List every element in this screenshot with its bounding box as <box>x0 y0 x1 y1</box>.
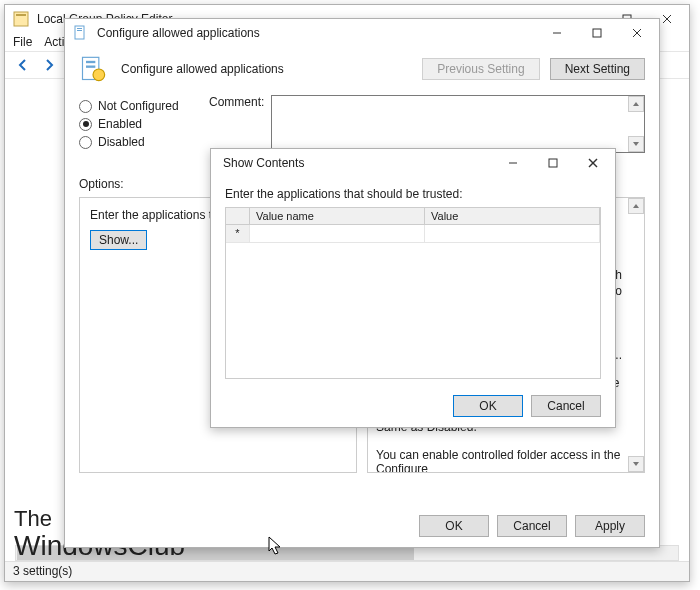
svg-rect-15 <box>86 61 95 63</box>
config-minimize-button[interactable] <box>537 19 577 47</box>
next-setting-button[interactable]: Next Setting <box>550 58 645 80</box>
config-header-row: Configure allowed applications Previous … <box>65 47 659 91</box>
help-scroll-down-icon[interactable] <box>628 456 644 472</box>
col-value: Value <box>425 208 600 225</box>
radio-not-configured[interactable]: Not Configured <box>79 99 189 113</box>
row-marker: * <box>226 225 250 243</box>
show-maximize-button[interactable] <box>533 149 573 177</box>
svg-rect-8 <box>77 28 82 29</box>
show-minimize-button[interactable] <box>493 149 533 177</box>
config-maximize-button[interactable] <box>577 19 617 47</box>
show-grid[interactable]: Value name Value * <box>225 207 601 379</box>
policy-icon <box>73 25 89 41</box>
show-cancel-button[interactable]: Cancel <box>531 395 601 417</box>
mouse-cursor-icon <box>268 536 282 556</box>
show-title: Show Contents <box>219 156 493 170</box>
show-button[interactable]: Show... <box>90 230 147 250</box>
help-enable: You can enable controlled folder access … <box>376 448 622 473</box>
config-apply-button[interactable]: Apply <box>575 515 645 537</box>
config-title: Configure allowed applications <box>93 26 537 40</box>
menu-action[interactable]: Acti <box>44 35 64 49</box>
show-buttonrow: OK Cancel <box>453 395 601 417</box>
svg-rect-1 <box>16 14 26 16</box>
config-titlebar: Configure allowed applications <box>65 19 659 47</box>
cell-value-name[interactable] <box>250 225 425 243</box>
forward-icon[interactable] <box>37 54 61 76</box>
status-text: 3 setting(s) <box>13 564 72 578</box>
svg-rect-11 <box>593 29 601 37</box>
grid-row-new[interactable]: * <box>226 225 600 243</box>
show-ok-button[interactable]: OK <box>453 395 523 417</box>
scroll-down-icon[interactable] <box>628 136 644 152</box>
show-titlebar: Show Contents <box>211 149 615 177</box>
show-prompt: Enter the applications that should be tr… <box>211 177 615 207</box>
config-heading: Configure allowed applications <box>121 62 412 76</box>
svg-rect-7 <box>75 26 84 39</box>
help-scroll-up-icon[interactable] <box>628 198 644 214</box>
policy-large-icon <box>79 55 107 83</box>
cell-value[interactable] <box>425 225 600 243</box>
show-close-button[interactable] <box>573 149 613 177</box>
col-value-name: Value name <box>250 208 425 225</box>
config-close-button[interactable] <box>617 19 657 47</box>
show-contents-dialog: Show Contents Enter the applications tha… <box>210 148 616 428</box>
svg-rect-9 <box>77 30 82 31</box>
svg-point-17 <box>93 69 105 81</box>
radio-enabled[interactable]: Enabled <box>79 117 189 131</box>
status-bar: 3 setting(s) <box>5 561 689 581</box>
config-ok-button[interactable]: OK <box>419 515 489 537</box>
grid-header-row: Value name Value <box>226 208 600 225</box>
back-icon[interactable] <box>11 54 35 76</box>
state-radiogroup: Not Configured Enabled Disabled <box>79 95 189 153</box>
svg-rect-16 <box>86 66 95 68</box>
radio-disabled[interactable]: Disabled <box>79 135 189 149</box>
config-buttonrow: OK Cancel Apply <box>419 515 645 537</box>
comment-textarea[interactable] <box>271 95 645 153</box>
gpedit-icon <box>13 11 29 27</box>
comment-area: Comment: <box>209 95 645 153</box>
config-cancel-button[interactable]: Cancel <box>497 515 567 537</box>
scroll-up-icon[interactable] <box>628 96 644 112</box>
previous-setting-button[interactable]: Previous Setting <box>422 58 539 80</box>
svg-rect-19 <box>549 159 557 167</box>
menu-file[interactable]: File <box>13 35 32 49</box>
